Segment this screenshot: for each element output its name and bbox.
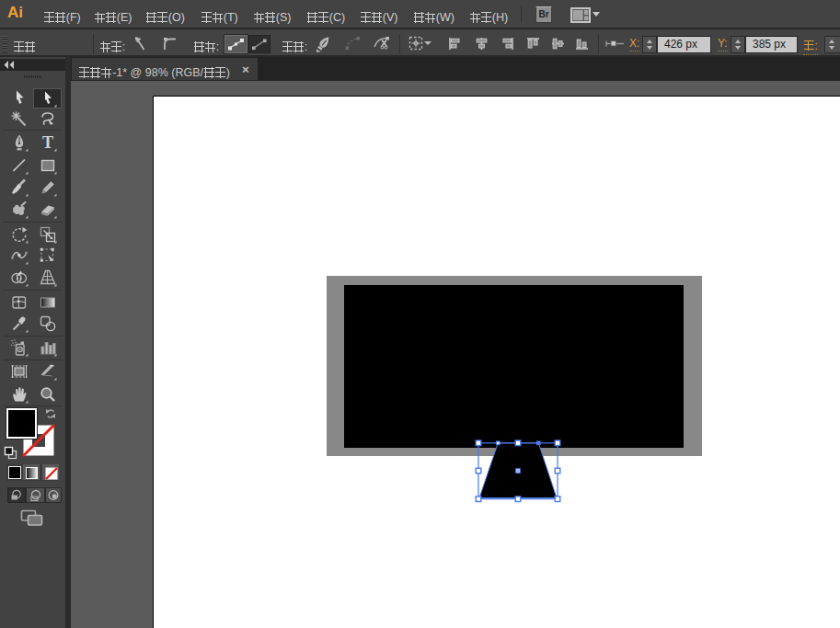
- svg-text:T: T: [42, 133, 53, 152]
